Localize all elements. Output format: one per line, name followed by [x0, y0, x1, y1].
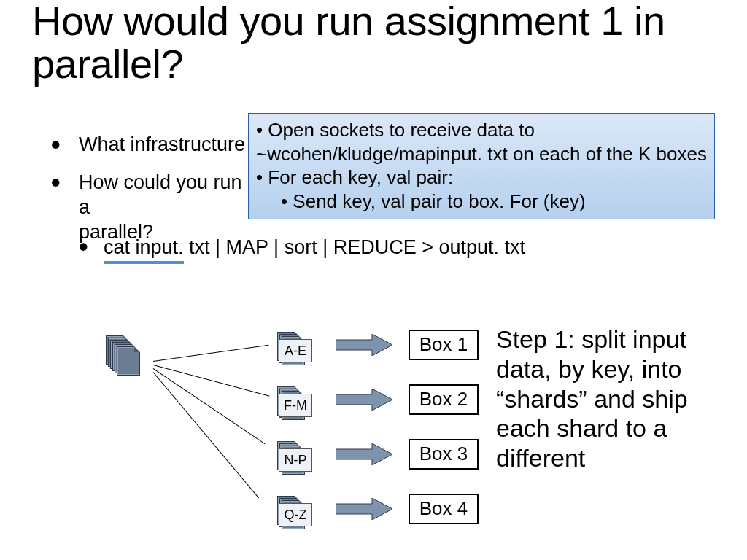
- line-icon: [153, 372, 259, 498]
- shard-label: Q-Z: [279, 503, 312, 526]
- box-4: Box 4: [409, 494, 479, 524]
- line-icon: [153, 345, 269, 362]
- box-3: Box 3: [409, 439, 479, 470]
- shard-label: A-E: [279, 339, 312, 362]
- svg-marker-2: [336, 443, 392, 465]
- callout-note: • Open sockets to receive data to ~wcohe…: [248, 113, 715, 219]
- arrow-right-icon: [336, 443, 392, 465]
- svg-marker-3: [336, 498, 392, 520]
- arrow-right-icon: [336, 389, 392, 411]
- bullet-1-text: What infrastructure w: [79, 133, 265, 158]
- box-1: Box 1: [409, 330, 479, 360]
- bullet-2-text: How could you run a parallel?: [79, 171, 268, 244]
- svg-marker-0: [336, 334, 392, 356]
- bullet-dot-icon: •: [51, 166, 61, 199]
- note-line-1: • Open sockets to receive data to ~wcohe…: [256, 118, 707, 166]
- bullet-dot-icon: •: [51, 128, 61, 161]
- shard-label: N-P: [279, 448, 312, 472]
- step-description: Step 1: split input data, by key, into “…: [496, 324, 744, 473]
- shard-label: F-M: [279, 394, 312, 417]
- note-line-2: • For each key, val pair:: [256, 166, 707, 190]
- box-2: Box 2: [409, 384, 479, 415]
- diagram: A-E F-M N-P Q-Z: [66, 321, 722, 554]
- bullet-3-text: cat input. txt | MAP | sort | REDUCE > o…: [104, 236, 525, 260]
- input-stack-icon: [106, 335, 133, 370]
- slide-title: How would you run assignment 1 in parall…: [32, 0, 718, 86]
- arrow-right-icon: [336, 334, 392, 356]
- underline-accent: [104, 261, 184, 264]
- svg-marker-1: [336, 389, 392, 411]
- arrow-right-icon: [336, 498, 392, 520]
- slide: How would you run assignment 1 in parall…: [0, 0, 747, 560]
- bullet-dot-icon: •: [79, 230, 88, 263]
- note-line-3: • Send key, val pair to box. For (key): [281, 190, 707, 214]
